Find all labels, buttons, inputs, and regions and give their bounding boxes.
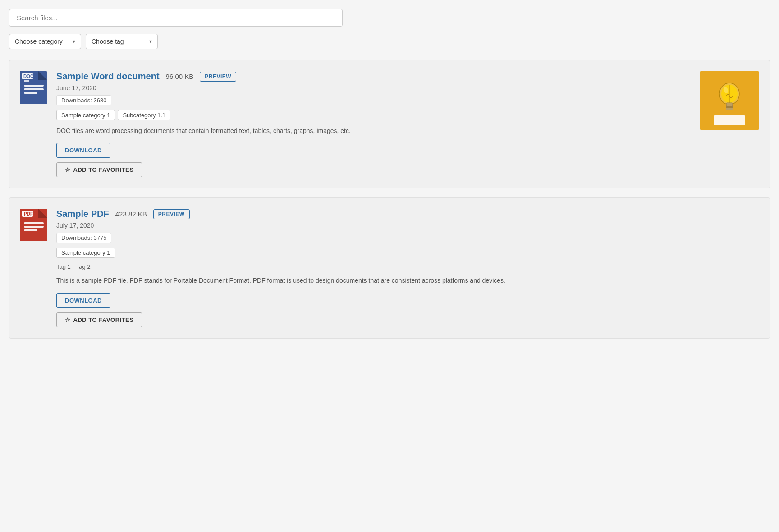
file-content: Sample Word document 96.00 KB PREVIEW Ju… xyxy=(56,71,691,177)
file-size: 423.82 KB xyxy=(115,210,147,218)
add-to-favorites-button[interactable]: ☆ ADD TO FAVORITES xyxy=(56,162,142,177)
file-header: Sample PDF 423.82 KB PREVIEW xyxy=(56,209,759,219)
search-bar xyxy=(9,9,343,27)
file-card: DOC Sample Word document 96.00 KB PREVIE… xyxy=(9,60,770,188)
star-icon: ☆ xyxy=(65,166,71,173)
file-title[interactable]: Sample Word document xyxy=(56,71,160,82)
doc-icon: DOC xyxy=(20,71,47,104)
category-tag: Subcategory 1.1 xyxy=(118,110,170,120)
category-filter[interactable]: Choose category ▾ xyxy=(9,34,81,49)
tag-filter[interactable]: Choose tag ▾ xyxy=(86,34,158,49)
svg-text:DOC: DOC xyxy=(23,74,33,79)
svg-rect-5 xyxy=(24,92,37,94)
download-button[interactable]: DOWNLOAD xyxy=(56,293,110,308)
downloads-badge: Downloads: 3680 xyxy=(56,95,111,105)
svg-rect-17 xyxy=(714,115,745,125)
svg-rect-8 xyxy=(24,80,29,82)
category-tags: Sample category 1Subcategory 1.1 xyxy=(56,110,691,120)
search-input[interactable] xyxy=(9,9,343,27)
category-tags: Sample category 1 xyxy=(56,248,759,258)
svg-rect-22 xyxy=(24,222,44,224)
tag-chevron-icon: ▾ xyxy=(149,38,152,45)
svg-rect-24 xyxy=(24,229,37,231)
svg-text:PDF: PDF xyxy=(24,211,33,216)
downloads-badge: Downloads: 3775 xyxy=(56,233,111,243)
svg-rect-14 xyxy=(726,103,733,106)
file-size: 96.00 KB xyxy=(166,73,194,80)
svg-rect-23 xyxy=(24,226,44,228)
file-content: Sample PDF 423.82 KB PREVIEW July 17, 20… xyxy=(56,209,759,327)
file-date: July 17, 2020 xyxy=(56,222,759,229)
file-card: PDF Sample PDF 423.82 KB PREVIEW July 17… xyxy=(9,197,770,338)
add-to-favorites-button[interactable]: ☆ ADD TO FAVORITES xyxy=(56,312,142,327)
tag-filter-label: Choose tag xyxy=(92,38,124,45)
file-thumbnail xyxy=(700,71,759,130)
category-tag: Sample category 1 xyxy=(56,110,115,120)
pdf-icon: PDF xyxy=(20,209,47,241)
category-chevron-icon: ▾ xyxy=(73,38,75,45)
download-button[interactable]: DOWNLOAD xyxy=(56,143,110,158)
file-header: Sample Word document 96.00 KB PREVIEW xyxy=(56,71,691,82)
favorites-label: ADD TO FAVORITES xyxy=(73,316,134,323)
star-icon: ☆ xyxy=(65,316,71,323)
svg-rect-15 xyxy=(726,106,733,108)
plain-tags-row: Tag 1Tag 2 xyxy=(56,263,759,270)
plain-tag: Tag 2 xyxy=(76,263,91,270)
category-tag: Sample category 1 xyxy=(56,248,115,258)
svg-rect-16 xyxy=(726,108,733,110)
file-title[interactable]: Sample PDF xyxy=(56,209,109,219)
svg-rect-4 xyxy=(24,88,44,90)
file-description: This is a sample PDF file. PDF stands fo… xyxy=(56,275,759,285)
file-date: June 17, 2020 xyxy=(56,84,691,92)
file-description: DOC files are word processing documents … xyxy=(56,126,691,136)
preview-button[interactable]: PREVIEW xyxy=(153,209,190,219)
filters-row: Choose category ▾ Choose tag ▾ xyxy=(9,34,770,49)
preview-button[interactable]: PREVIEW xyxy=(200,72,236,82)
file-list: DOC Sample Word document 96.00 KB PREVIE… xyxy=(9,60,770,339)
svg-rect-3 xyxy=(24,85,44,87)
plain-tag: Tag 1 xyxy=(56,263,71,270)
favorites-label: ADD TO FAVORITES xyxy=(73,166,134,173)
category-filter-label: Choose category xyxy=(15,38,63,45)
